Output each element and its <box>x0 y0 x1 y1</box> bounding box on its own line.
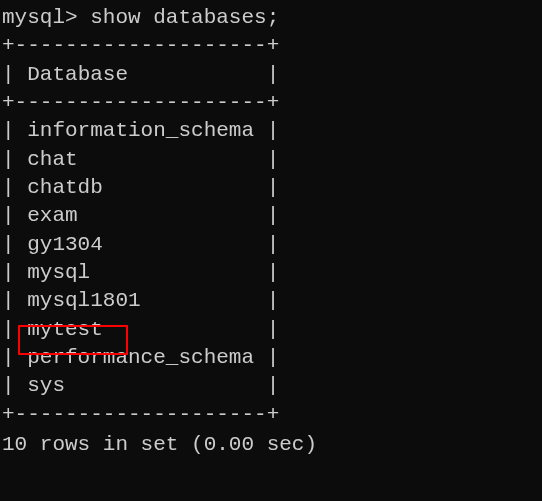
result-summary: 10 rows in set (0.00 sec) <box>2 431 540 459</box>
table-row: | chat | <box>2 146 540 174</box>
table-row: | gy1304 | <box>2 231 540 259</box>
table-row: | information_schema | <box>2 117 540 145</box>
table-border-top: +--------------------+ <box>2 32 540 60</box>
table-row: | exam | <box>2 202 540 230</box>
table-header-row: | Database | <box>2 61 540 89</box>
command-text: show databases; <box>90 6 279 29</box>
table-row: | chatdb | <box>2 174 540 202</box>
table-rows-container: | information_schema || chat || chatdb |… <box>2 117 540 400</box>
table-border-mid: +--------------------+ <box>2 89 540 117</box>
table-row: | performance_schema | <box>2 344 540 372</box>
table-border-bottom: +--------------------+ <box>2 401 540 429</box>
prompt-text: mysql> <box>2 6 90 29</box>
table-row: | mysql1801 | <box>2 287 540 315</box>
header-suffix: | <box>128 63 279 86</box>
table-row: | mysql | <box>2 259 540 287</box>
column-header: Database <box>27 63 128 86</box>
table-row: | mytest | <box>2 316 540 344</box>
table-row: | sys | <box>2 372 540 400</box>
command-prompt-line[interactable]: mysql> show databases; <box>2 4 540 32</box>
header-prefix: | <box>2 63 27 86</box>
